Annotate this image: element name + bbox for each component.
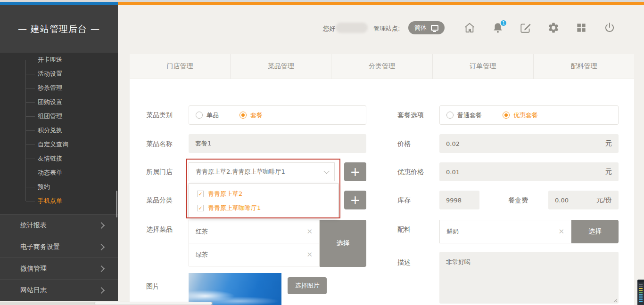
radio-option[interactable]: 普通套餐 bbox=[446, 111, 482, 120]
sidebar-section-label: 网站日志 bbox=[20, 286, 47, 295]
sidebar-menu-item[interactable]: 活动设置 bbox=[0, 67, 118, 81]
price-value: 0.02 bbox=[446, 140, 460, 147]
dish-name-label: 菜品名称 bbox=[146, 140, 173, 148]
image-preview bbox=[189, 273, 281, 305]
dropdown-option[interactable]: 青青原上草2 bbox=[189, 187, 338, 201]
page: { "colors": { "accent_orange": "#f7941e"… bbox=[0, 0, 644, 305]
box-fee-value: 0.00 bbox=[555, 197, 569, 204]
box-fee-label: 餐盒费 bbox=[508, 196, 528, 205]
sidebar-section-label: 微信管理 bbox=[20, 265, 47, 273]
remove-icon[interactable] bbox=[306, 250, 313, 259]
description-textarea[interactable]: 非常好喝 bbox=[439, 252, 619, 304]
dish-item-row: 绿茶 bbox=[189, 243, 320, 266]
minimap-mark bbox=[639, 299, 643, 300]
tab-store-management[interactable]: 门店管理 bbox=[130, 54, 230, 79]
sidebar-menu-item[interactable]: 动态表单 bbox=[0, 166, 118, 180]
discount-price-input[interactable]: 0.01 元 bbox=[439, 162, 619, 181]
discount-price-unit: 元 bbox=[605, 168, 612, 176]
image-label: 图片 bbox=[146, 282, 159, 291]
price-input[interactable]: 0.02 元 bbox=[439, 134, 619, 153]
sidebar-menu-item[interactable]: 开卡即送 bbox=[0, 53, 118, 67]
horizontal-scrollbar-thumb[interactable] bbox=[94, 302, 212, 305]
chevron-right-icon bbox=[98, 265, 105, 272]
radio-icon bbox=[239, 112, 247, 119]
sidebar-section-item[interactable]: 电子商务设置 bbox=[0, 236, 118, 257]
tab-category-management[interactable]: 分类管理 bbox=[331, 54, 432, 79]
ingredient-value: 鲜奶 bbox=[446, 227, 459, 236]
sidebar-menu-item[interactable]: 自定义查询 bbox=[0, 137, 118, 152]
radio-option-selected[interactable]: 优惠套餐 bbox=[503, 111, 538, 120]
power-icon[interactable] bbox=[603, 22, 616, 34]
radio-option-selected[interactable]: 套餐 bbox=[239, 111, 263, 120]
gear-icon[interactable] bbox=[547, 22, 560, 34]
checkbox-checked-icon bbox=[197, 205, 204, 211]
store-select[interactable]: 青青原上草2,青青原上草咖啡厅1 bbox=[189, 162, 335, 181]
add-classify-button[interactable] bbox=[344, 191, 366, 209]
radio-option[interactable]: 单品 bbox=[196, 111, 219, 120]
apps-grid-icon[interactable] bbox=[575, 22, 587, 34]
discount-price-label: 优惠价格 bbox=[397, 168, 424, 177]
notification-badge: 1 bbox=[500, 19, 507, 27]
minimap-mark bbox=[639, 290, 643, 291]
minimap-mark bbox=[639, 301, 643, 302]
bell-icon[interactable]: 1 bbox=[492, 22, 504, 34]
remove-icon[interactable] bbox=[558, 227, 564, 236]
tab-order-management[interactable]: 订单管理 bbox=[432, 54, 533, 79]
dish-classify-label: 菜品分类 bbox=[146, 196, 173, 205]
box-fee-input[interactable]: 0.00 元/份 bbox=[548, 191, 619, 209]
sidebar: — 建站管理后台 — 开卡即送 活动设置 秒杀管理 团购设置 组团管理 积分兑换… bbox=[0, 5, 118, 301]
minimap-mark bbox=[639, 297, 643, 298]
description-value: 非常好喝 bbox=[446, 258, 471, 265]
topbar-orange-segment bbox=[118, 2, 644, 5]
radio-label: 单品 bbox=[206, 111, 219, 120]
minimap-mark bbox=[639, 288, 643, 289]
remove-icon[interactable] bbox=[306, 227, 313, 236]
sidebar-menu-item[interactable]: 积分兑换 bbox=[0, 123, 118, 137]
minimap-mark bbox=[639, 286, 643, 287]
sidebar-menu-item-active[interactable]: 手机点单 bbox=[0, 194, 118, 208]
radio-icon bbox=[446, 112, 454, 119]
choose-dishes-button[interactable]: 选择 bbox=[320, 220, 366, 267]
stock-value: 9998 bbox=[446, 197, 462, 204]
dish-item-name: 红茶 bbox=[196, 227, 208, 236]
resize-handle-icon[interactable] bbox=[612, 297, 617, 302]
sidebar-menu-item[interactable]: 友情链接 bbox=[0, 152, 118, 166]
tab-bar: 门店管理 菜品管理 分类管理 订单管理 配料管理 bbox=[130, 54, 634, 79]
ingredient-label: 配料 bbox=[397, 225, 411, 234]
sidebar-menu-item[interactable]: 团购设置 bbox=[0, 95, 118, 109]
choose-image-button[interactable]: 选择图片 bbox=[288, 277, 327, 294]
chevron-down-icon bbox=[323, 168, 330, 174]
dish-name-input[interactable]: 套餐1 bbox=[189, 134, 366, 153]
choose-ingredient-button[interactable]: 选择 bbox=[571, 220, 619, 243]
sidebar-menu-item[interactable]: 预约 bbox=[0, 180, 118, 194]
sidebar-section-item[interactable]: 统计报表 bbox=[0, 214, 118, 236]
price-label: 价格 bbox=[397, 140, 411, 148]
sidebar-scrollbar[interactable] bbox=[116, 191, 117, 217]
tab-dish-management[interactable]: 菜品管理 bbox=[230, 54, 331, 79]
minimap-mark bbox=[639, 296, 643, 297]
sidebar-section-item[interactable]: 微信管理 bbox=[0, 257, 118, 279]
sidebar-section-item[interactable]: 网站日志 bbox=[0, 279, 118, 301]
dish-item-row: 红茶 bbox=[189, 220, 320, 243]
dish-category-radio-group: 单品 套餐 bbox=[189, 105, 366, 125]
radio-icon bbox=[196, 112, 203, 119]
sidebar-menu: 开卡即送 活动设置 秒杀管理 团购设置 组团管理 积分兑换 自定义查询 友情链接… bbox=[0, 53, 118, 208]
price-unit: 元 bbox=[605, 139, 612, 148]
sidebar-logo-area: — 建站管理后台 — bbox=[0, 5, 118, 53]
greeting-text: 您好 bbox=[323, 24, 335, 33]
stock-input[interactable]: 9998 bbox=[439, 191, 479, 209]
radio-label: 优惠套餐 bbox=[513, 111, 538, 120]
sidebar-menu-item[interactable]: 秒杀管理 bbox=[0, 81, 118, 95]
tab-ingredient-management[interactable]: 配料管理 bbox=[533, 54, 634, 79]
dropdown-option[interactable]: 青青原上草咖啡厅1 bbox=[189, 201, 338, 215]
home-icon[interactable] bbox=[463, 22, 476, 34]
select-dish-label: 选择菜品 bbox=[146, 225, 173, 234]
sidebar-sections: 统计报表 电子商务设置 微信管理 网站日志 bbox=[0, 214, 118, 301]
add-store-button[interactable] bbox=[344, 162, 366, 181]
sidebar-menu-item[interactable]: 组团管理 bbox=[0, 109, 118, 123]
edit-icon[interactable] bbox=[520, 22, 532, 34]
chevron-right-icon bbox=[98, 222, 105, 228]
language-button[interactable]: 简体 bbox=[408, 21, 445, 34]
minimap-scrollbar[interactable] bbox=[637, 280, 644, 305]
ingredient-input[interactable]: 鲜奶 bbox=[439, 220, 571, 243]
